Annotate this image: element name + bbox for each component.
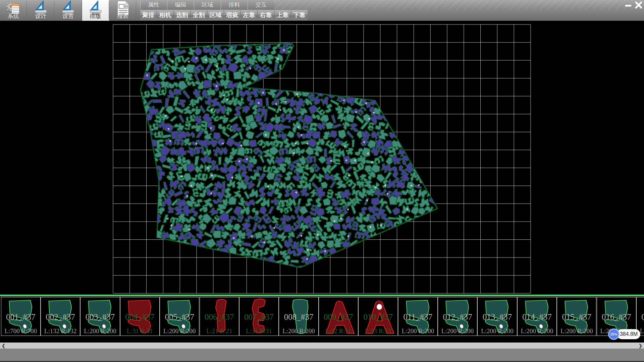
menu-tab-属性[interactable]: 属性 [140,1,167,9]
part-counts: L:200 R:200 [518,327,556,335]
part-counts: L:200 R:200 [557,327,596,335]
part-name: 017_#37 [637,312,644,322]
part-counts: L:200 R:200 [398,327,437,335]
percent-indicator: 38% [608,328,620,340]
part-counts: L:200 R:200 [438,327,477,335]
main-toolbar: 系统 设计 设置 排版 报表 属性编辑区域排料交互 聚排相机选割全割区域瑕疵左靠… [0,0,644,21]
minimize-button[interactable] [624,1,633,9]
part-name: 001_#37 [1,312,40,322]
bottom-statusbar [0,349,644,362]
part-thumbnail-002_#37[interactable]: 002_#37L:132 R:132 [41,297,80,336]
memory-pill: 384.8M [617,329,640,339]
part-thumbnail-011_#37[interactable]: 011_#37L:200 R:200 [398,297,438,336]
status-badge: 384.8M 38% [608,328,642,341]
application-window: 系统 设计 设置 排版 报表 属性编辑区域排料交互 聚排相机选割全割区域瑕疵左靠… [0,0,644,362]
toolbar-button-label: 报表 [109,12,136,20]
part-counts: L:21 R:21 [200,327,239,335]
toolbar-button-设计[interactable]: 设计 [28,0,54,21]
tool-button-下靠[interactable]: 下靠 [291,10,308,20]
part-thumbnail-003_#37[interactable]: 003_#37L:200 R:200 [80,297,120,336]
part-counts: L:132 R:132 [41,327,80,335]
part-name: 009_#37 [319,312,358,322]
toolbar-button-设置[interactable]: 设置 [55,0,82,21]
tool-button-区域[interactable]: 区域 [207,10,224,20]
toolbar-button-系统[interactable]: 系统 [0,0,27,21]
part-name: 012_#37 [438,312,477,322]
part-name: 006_#37 [200,312,239,322]
part-counts: L:200 R:200 [279,327,318,335]
tool-button-左靠[interactable]: 左靠 [240,10,257,20]
part-name: 003_#37 [80,312,119,322]
part-name: 014_#37 [518,312,556,322]
part-counts: L:31 R:31 [239,327,278,335]
toolbar-button-label: 设置 [55,12,82,20]
part-thumbnail-014_#37[interactable]: 014_#37L:200 R:200 [517,297,557,336]
part-thumbnail-008_#37[interactable]: 008_#37L:200 R:200 [279,297,318,336]
tool-button-选割[interactable]: 选割 [173,10,190,20]
part-counts: L:32 R:31 [319,327,358,335]
part-counts: L:200 R:200 [478,327,517,335]
tool-button-右靠[interactable]: 右靠 [257,10,274,20]
part-name: 005_#37 [160,312,199,322]
part-thumbnail-015_#37[interactable]: 015_#37L:200 R:200 [557,297,596,336]
scroll-right-arrow[interactable]: ❯ [639,343,642,348]
menu-tab-区域[interactable]: 区域 [194,1,221,9]
part-name: 016_#37 [597,312,636,322]
horizontal-scrollbar[interactable]: ❮ ❯ [0,343,644,349]
part-name: 011_#37 [398,312,437,322]
part-counts: L:31 R:31 [120,327,159,335]
panel-separator [0,295,644,297]
tool-button-相机[interactable]: 相机 [157,10,173,20]
part-thumbnail-006_#37[interactable]: 006_#37L:21 R:21 [200,297,239,336]
tool-button-瑕疵[interactable]: 瑕疵 [224,10,240,20]
part-name: 007_#37 [239,312,278,322]
memory-value: 384.8M [620,331,638,337]
part-name: 002_#37 [41,312,80,322]
part-thumbnail-005_#37[interactable]: 005_#37L:200 R:200 [160,297,199,336]
tool-button-上靠[interactable]: 上靠 [274,10,291,20]
tool-button-全割[interactable]: 全割 [190,10,207,20]
part-thumbnail-013_#37[interactable]: 013_#37L:200 R:200 [477,297,517,336]
part-name: 010_#37 [359,312,397,322]
menu-tab-排料[interactable]: 排料 [221,1,248,9]
part-thumbnail-012_#37[interactable]: 012_#37L:200 R:200 [438,297,477,336]
part-counts: L:700 R:700 [1,327,40,335]
part-thumbnail-001_#37[interactable]: 001_#37L:700 R:700 [1,297,41,336]
nesting-canvas[interactable] [0,21,644,343]
part-thumbnail-009_#37[interactable]: 009_#37L:32 R:31 [319,297,358,336]
close-button[interactable] [634,1,643,9]
toolbar-button-排版[interactable]: 排版 [82,0,109,21]
part-name: 008_#37 [279,312,318,322]
menu-tab-编辑[interactable]: 编辑 [167,1,194,9]
part-counts: L:200 R:200 [160,327,199,335]
scroll-left-arrow[interactable]: ❮ [2,343,5,348]
part-name: 004_#37 [120,312,159,322]
part-name: 015_#37 [557,312,596,322]
menu-tab-交互[interactable]: 交互 [248,1,274,9]
toolbar-button-报表[interactable]: 报表 [109,0,136,21]
part-thumbnail-007_#37[interactable]: 007_#37L:31 R:31 [239,297,279,336]
part-counts: L:33 R:33 [359,327,397,335]
titlebar-texture [268,0,644,9]
part-counts: L:200 R:200 [80,327,119,335]
part-thumbnail-004_#37[interactable]: 004_#37L:31 R:31 [120,297,160,336]
tool-button-聚排[interactable]: 聚排 [140,10,157,20]
part-thumbnail-010_#37[interactable]: 010_#37L:33 R:33 [358,297,398,336]
toolbar-button-label: 设计 [28,12,54,20]
part-name: 013_#37 [478,312,517,322]
toolbar-button-label: 排版 [82,12,109,20]
toolbar-button-label: 系统 [0,12,27,20]
parts-panel: 001_#37L:700 R:700002_#37L:132 R:132003_… [0,297,644,336]
